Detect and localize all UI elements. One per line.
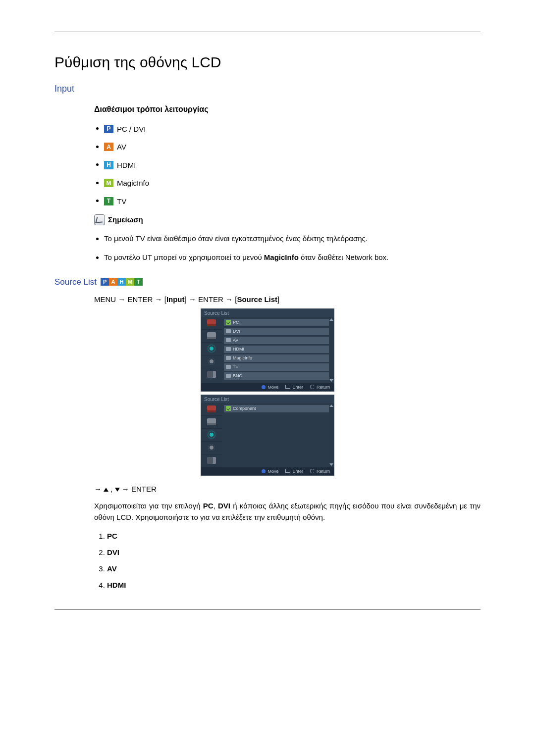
osd-panel-2: Source List Component Move Enter Return — [201, 395, 334, 476]
side-icon — [207, 332, 216, 339]
osd-sidebar — [201, 403, 222, 467]
badge-p-icon: P — [101, 278, 109, 286]
check-icon — [226, 320, 231, 325]
bottom-rule — [54, 609, 481, 609]
src-icon — [226, 338, 231, 342]
mode-item: A AV — [104, 142, 481, 151]
side-icon — [208, 444, 215, 451]
side-icon — [207, 319, 216, 326]
osd-item: MagicInfo — [224, 354, 332, 362]
mode-label: AV — [117, 143, 126, 151]
osd-item: PC — [224, 319, 332, 326]
list-item: AV — [107, 564, 481, 573]
note-label: Σημείωση — [108, 215, 143, 224]
src-icon — [226, 347, 231, 351]
osd-item: BNC — [224, 372, 332, 380]
modes-heading: Διαθέσιμοι τρόποι λειτουργίας — [94, 105, 481, 114]
osd-screenshots: Source List PC DVI AV HDMI MagicInfo TV … — [54, 308, 481, 476]
osd-scrollbar — [329, 317, 334, 383]
list-item: HDMI — [107, 581, 481, 589]
side-icon — [208, 431, 215, 438]
top-rule — [54, 32, 481, 32]
side-icon — [207, 371, 216, 378]
osd-item: AV — [224, 337, 332, 344]
move-icon — [262, 385, 266, 389]
mode-label: MagicInfo — [117, 179, 149, 187]
triangle-up-icon — [104, 488, 108, 492]
return-icon — [310, 469, 315, 473]
section-input: Input — [54, 84, 481, 94]
osd-item: DVI — [224, 328, 332, 335]
osd-scrollbar — [329, 403, 334, 467]
badge-h-icon: H — [117, 278, 126, 286]
triangle-down-icon — [115, 488, 120, 492]
note-icon — [94, 214, 105, 225]
badge-m-icon: M — [104, 179, 113, 187]
badge-t-icon: T — [134, 278, 143, 286]
src-icon — [226, 356, 231, 360]
enter-icon — [285, 469, 290, 473]
side-icon — [207, 405, 216, 412]
mode-item: H HDMI — [104, 160, 481, 169]
page-title: Ρύθμιση της οθόνης LCD — [54, 54, 481, 71]
side-icon — [207, 418, 216, 425]
check-icon — [226, 406, 231, 411]
osd-header: Source List — [201, 309, 334, 317]
section-source-list: Source List P A H M T — [54, 277, 481, 287]
mode-item: M MagicInfo — [104, 178, 481, 188]
enter-icon — [285, 385, 290, 389]
arrow-up-icon — [329, 318, 333, 321]
modes-list: P PC / DVI A AV H HDMI M MagicInfo — [94, 124, 481, 205]
side-icon — [207, 457, 216, 464]
badge-h-icon: H — [104, 161, 113, 169]
notes-list: Το μενού TV είναι διαθέσιμο όταν είναι ε… — [94, 233, 481, 263]
mode-label: PC / DVI — [117, 125, 146, 133]
mode-item: P PC / DVI — [104, 124, 481, 133]
osd-header: Source List — [201, 395, 334, 403]
note-row: Σημείωση — [94, 214, 481, 225]
badge-t-icon: T — [104, 197, 113, 205]
modes-block: Διαθέσιμοι τρόποι λειτουργίας P PC / DVI… — [94, 105, 481, 263]
osd-item: Component — [224, 405, 332, 412]
move-icon — [262, 469, 266, 473]
badge-p-icon: P — [104, 125, 113, 133]
note-item: Το μοντέλο UT μπορεί να χρησιμοποιεί το … — [104, 252, 481, 263]
mode-label: TV — [117, 197, 126, 205]
mode-label: HDMI — [117, 161, 136, 169]
nav-path-2: → , → ENTER — [94, 485, 481, 493]
osd-panel-1: Source List PC DVI AV HDMI MagicInfo TV … — [201, 308, 334, 392]
arrow-up-icon — [329, 404, 333, 407]
return-icon — [310, 385, 315, 389]
osd-footer: Move Enter Return — [201, 467, 334, 475]
list-item: DVI — [107, 548, 481, 556]
osd-footer: Move Enter Return — [201, 383, 334, 391]
src-icon — [226, 365, 231, 369]
nav-path: MENU → ENTER → [Input] → ENTER → [Source… — [94, 295, 481, 303]
description-paragraph: Χρησιμοποιείται για την επιλογή PC, DVI … — [94, 500, 481, 523]
page: Ρύθμιση της οθόνης LCD Input Διαθέσιμοι … — [0, 0, 535, 756]
arrow-down-icon — [329, 463, 333, 466]
arrow-down-icon — [329, 379, 333, 382]
source-numbered-list: PC DVI AV HDMI — [94, 532, 481, 589]
badge-m-icon: M — [126, 278, 134, 286]
src-icon — [226, 374, 231, 378]
osd-main: Component — [222, 403, 334, 467]
side-icon — [208, 345, 215, 352]
note-item: Το μενού TV είναι διαθέσιμο όταν είναι ε… — [104, 233, 481, 245]
src-icon — [226, 329, 231, 333]
list-item: PC — [107, 532, 481, 540]
osd-item: TV — [224, 363, 332, 371]
side-icon — [208, 358, 215, 365]
after-screens: → , → ENTER Χρησιμοποιείται για την επιλ… — [94, 485, 481, 590]
badge-a-icon: A — [109, 278, 117, 286]
osd-main: PC DVI AV HDMI MagicInfo TV BNC — [222, 317, 334, 383]
badge-a-icon: A — [104, 143, 113, 151]
osd-sidebar — [201, 317, 222, 383]
osd-item: HDMI — [224, 346, 332, 353]
source-list-label: Source List — [54, 277, 97, 287]
badge-strip: P A H M T — [101, 278, 143, 286]
mode-item: T TV — [104, 196, 481, 205]
